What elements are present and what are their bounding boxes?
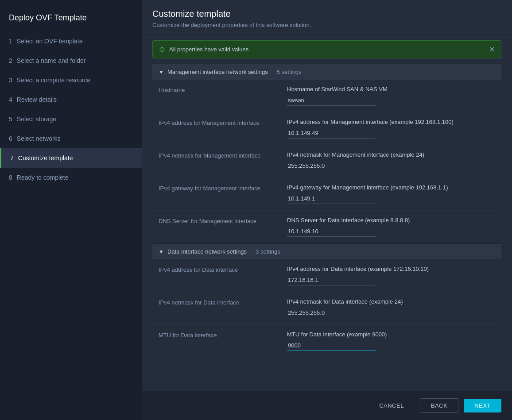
field-input[interactable] [287, 340, 376, 351]
form-row-management-1: IPv4 address for Management interface IP… [152, 112, 501, 145]
sidebar-item-step7[interactable]: 7Customize template [0, 148, 142, 168]
field-description: DNS Server for Data interface (example 8… [287, 217, 501, 223]
field-label: MTU for Data interface [159, 331, 287, 339]
step-number: 1 [9, 38, 12, 45]
field-input[interactable] [287, 193, 376, 204]
step-number: 8 [9, 174, 12, 181]
page-description: Customize the deployment properties of t… [152, 22, 501, 28]
field-description: IPv4 address for Data interface (example… [287, 266, 501, 272]
field-input[interactable] [287, 308, 376, 318]
step-number: 3 [9, 77, 12, 84]
collapse-icon: ▼ [159, 69, 164, 75]
section-count: 5 settings [277, 69, 302, 75]
section-header-management[interactable]: ▼ Management interface network settings … [152, 64, 501, 80]
sidebar-item-label: Review details [17, 96, 57, 103]
field-label: IPv4 netmask for Management interface [159, 151, 287, 159]
banner-text: All properties have valid values [169, 46, 489, 53]
field-label: IPv4 gateway for Management interface [159, 184, 287, 192]
sidebar-item-step3[interactable]: 3Select a compute resource [0, 70, 142, 90]
sidebar-item-step6[interactable]: 6Select networks [0, 129, 142, 148]
sidebar-item-step8[interactable]: 8Ready to complete [0, 168, 142, 187]
field-description: IPv4 gateway for Management interface (e… [287, 184, 501, 191]
field-right: IPv4 address for Management interface (e… [287, 119, 501, 139]
sidebar-item-label: Select an OVF template [17, 38, 83, 45]
app-title: Deploy OVF Template [0, 9, 142, 31]
field-right: IPv4 netmask for Data interface (example… [287, 298, 501, 318]
step-number: 2 [9, 57, 12, 64]
cancel-button[interactable]: CANCEL [368, 399, 415, 412]
sidebar-item-step1[interactable]: 1Select an OVF template [0, 31, 142, 51]
field-right: IPv4 address for Data interface (example… [287, 266, 501, 285]
field-description: Hostname of StarWind SAN & NAS VM [287, 86, 501, 92]
field-description: IPv4 netmask for Data interface (example… [287, 298, 501, 305]
form-row-data-1: IPv4 netmask for Data interface IPv4 net… [152, 292, 501, 325]
field-input[interactable] [287, 128, 376, 139]
form-row-management-0: Hostname Hostname of StarWind SAN & NAS … [152, 80, 501, 112]
next-button[interactable]: NEXT [464, 399, 501, 412]
field-label: IPv4 netmask for Data interface [159, 298, 287, 306]
back-button[interactable]: BACK [420, 398, 458, 413]
field-description: MTU for Data interface (example 9000) [287, 331, 501, 338]
page-title: Customize template [152, 9, 501, 19]
field-right: DNS Server for Data interface (example 8… [287, 217, 501, 237]
main-header: Customize template Customize the deploym… [142, 0, 512, 35]
success-banner: ⊙ All properties have valid values ✕ [152, 40, 501, 58]
section-count: 3 settings [256, 248, 280, 255]
field-right: IPv4 netmask for Management interface (e… [287, 151, 501, 171]
field-description: IPv4 address for Management interface (e… [287, 119, 501, 125]
main-content: Customize template Customize the deploym… [142, 0, 512, 420]
step-number: 6 [9, 135, 12, 142]
field-description: IPv4 netmask for Management interface (e… [287, 151, 501, 158]
sidebar-item-label: Select a compute resource [17, 77, 91, 84]
field-input[interactable] [287, 95, 376, 106]
step-number: 4 [9, 96, 12, 103]
form-row-data-0: IPv4 address for Data interface IPv4 add… [152, 259, 501, 292]
form-row-management-3: IPv4 gateway for Management interface IP… [152, 178, 501, 211]
sidebar-item-label: Customize template [18, 154, 73, 162]
field-input[interactable] [287, 275, 376, 285]
sidebar-item-step5[interactable]: 5Select storage [0, 109, 142, 129]
sidebar-item-step2[interactable]: 2Select a name and folder [0, 51, 142, 70]
step-number: 7 [10, 154, 14, 162]
section-title: Data Interface network settings [167, 248, 247, 255]
form-row-management-2: IPv4 netmask for Management interface IP… [152, 145, 501, 178]
sidebar-item-label: Select storage [17, 116, 57, 123]
section-header-data[interactable]: ▼ Data Interface network settings 3 sett… [152, 243, 501, 259]
footer: CANCEL BACK NEXT [142, 391, 512, 420]
banner-close-button[interactable]: ✕ [489, 45, 495, 54]
field-input[interactable] [287, 226, 376, 237]
form-area: ▼ Management interface network settings … [142, 64, 512, 391]
step-number: 5 [9, 116, 12, 123]
field-right: IPv4 gateway for Management interface (e… [287, 184, 501, 204]
sidebar-item-label: Ready to complete [17, 174, 69, 181]
field-label: IPv4 address for Management interface [159, 119, 287, 126]
field-right: Hostname of StarWind SAN & NAS VM [287, 86, 501, 106]
sidebar: Deploy OVF Template 1Select an OVF templ… [0, 0, 142, 420]
sidebar-item-step4[interactable]: 4Review details [0, 90, 142, 109]
sidebar-item-label: Select a name and folder [17, 57, 86, 64]
field-label: IPv4 address for Data interface [159, 266, 287, 273]
modal-deploy-ovf: Deploy OVF Template 1Select an OVF templ… [0, 0, 512, 420]
collapse-icon: ▼ [159, 249, 164, 255]
field-label: Hostname [159, 86, 287, 93]
section-title: Management interface network settings [167, 69, 268, 75]
check-circle-icon: ⊙ [159, 45, 165, 54]
field-right: MTU for Data interface (example 9000) [287, 331, 501, 351]
field-label: DNS Server for Management interface [159, 217, 287, 224]
form-row-data-2: MTU for Data interface MTU for Data inte… [152, 325, 501, 357]
form-row-management-4: DNS Server for Management interface DNS … [152, 211, 501, 243]
sidebar-item-label: Select networks [17, 135, 61, 142]
field-input[interactable] [287, 161, 376, 171]
